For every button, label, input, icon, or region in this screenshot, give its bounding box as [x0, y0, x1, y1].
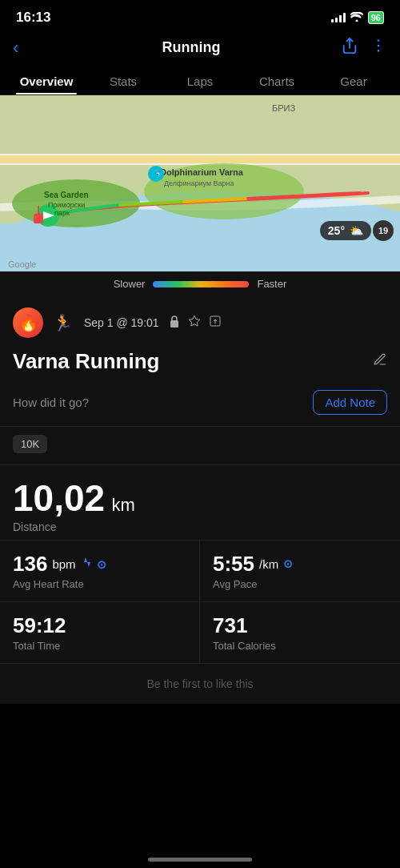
tab-laps[interactable]: Laps: [162, 66, 238, 94]
home-indicator: [148, 858, 252, 862]
like-text: Be the first to like this: [146, 677, 253, 690]
activity-app-icon: 🔥: [13, 307, 43, 338]
calories-cell: 731 Total Calories: [200, 602, 400, 663]
distance-value: 10,02: [13, 477, 105, 519]
activity-tag[interactable]: 10K: [13, 435, 47, 453]
stats-grid: 136 bpm ⊙ Avg Heart Rate 5:55 /km ⊙ Avg …: [0, 540, 400, 664]
map-view[interactable]: Dolphinarium Varna Делфинариум Варна Sea…: [0, 95, 400, 271]
lock-icon: [169, 315, 180, 331]
share-small-icon[interactable]: [209, 315, 222, 331]
pace-unit: /km: [259, 557, 278, 571]
activity-meta: Sep 1 @ 19:01: [84, 315, 387, 331]
weather-num: 19: [378, 226, 388, 235]
pace-value: 5:55: [213, 552, 254, 577]
pace-cell: 5:55 /km ⊙ Avg Pace: [200, 540, 400, 602]
svg-rect-13: [34, 214, 43, 223]
faster-label: Faster: [257, 278, 286, 290]
tab-bar: Overview Stats Laps Charts Gear: [0, 66, 400, 95]
calories-value-row: 731: [213, 613, 387, 638]
svg-text:🐬: 🐬: [153, 169, 163, 179]
heart-rate-value: 136: [13, 552, 47, 577]
time-label: Total Time: [13, 640, 186, 652]
heart-rate-cell: 136 bpm ⊙ Avg Heart Rate: [0, 540, 200, 602]
heart-rate-label: Avg Heart Rate: [13, 578, 186, 590]
time-value-row: 59:12: [13, 613, 186, 638]
tab-gear[interactable]: Gear: [315, 66, 392, 94]
battery-icon: 96: [368, 11, 384, 24]
pace-gradient: [153, 281, 249, 287]
nav-action-icons: [341, 37, 387, 58]
distance-unit: km: [112, 495, 135, 515]
status-icons: 96: [331, 11, 384, 24]
distance-value-row: 10,02 km: [13, 478, 387, 519]
svg-text:Dolphinarium Varna: Dolphinarium Varna: [160, 167, 244, 177]
note-prompt: How did it go?: [13, 396, 89, 409]
star-icon[interactable]: [188, 315, 201, 331]
wifi-icon: [350, 12, 363, 24]
activity-header: 🔥 🏃 Sep 1 @ 19:01: [0, 296, 400, 346]
heart-rate-icon: ⊙: [81, 556, 106, 572]
svg-point-1: [378, 39, 380, 42]
svg-point-3: [378, 50, 380, 52]
weather-temp: 25°: [328, 224, 345, 237]
weather-icon: ⛅: [350, 224, 363, 237]
pace-value-row: 5:55 /km ⊙: [213, 552, 387, 577]
tab-overview[interactable]: Overview: [8, 66, 85, 94]
activity-title: Varna Running: [13, 349, 159, 374]
pace-legend: Slower Faster: [0, 271, 400, 296]
svg-text:Делфинариум Варна: Делфинариум Варна: [164, 179, 234, 187]
svg-text:Google: Google: [8, 259, 36, 269]
activity-meta-icons: [169, 315, 222, 331]
signal-icon: [331, 13, 346, 22]
pace-icon: ⊙: [283, 557, 293, 570]
svg-point-2: [378, 45, 380, 47]
back-button[interactable]: ‹: [13, 38, 42, 58]
add-note-button[interactable]: Add Note: [313, 390, 387, 415]
like-row: Be the first to like this: [0, 664, 400, 704]
activity-title-row: Varna Running: [0, 346, 400, 382]
svg-text:БРИЗ: БРИЗ: [272, 103, 295, 113]
share-button[interactable]: [341, 37, 358, 58]
run-icon: 🏃: [53, 313, 73, 332]
svg-rect-24: [170, 320, 178, 328]
note-row: How did it go? Add Note: [0, 382, 400, 427]
status-time: 16:13: [16, 10, 50, 26]
tag-row: 10K: [0, 427, 400, 465]
page-title: Running: [42, 39, 341, 56]
svg-text:Приморски: Приморски: [48, 201, 85, 209]
top-nav: ‹ Running: [0, 30, 400, 66]
tab-charts[interactable]: Charts: [238, 66, 315, 94]
activity-date: Sep 1 @ 19:01: [84, 316, 159, 329]
pace-label: Avg Pace: [213, 578, 387, 590]
tab-stats[interactable]: Stats: [85, 66, 162, 94]
heart-rate-unit: bpm: [52, 557, 75, 571]
time-cell: 59:12 Total Time: [0, 602, 200, 663]
time-value: 59:12: [13, 613, 66, 638]
slower-label: Slower: [114, 278, 146, 290]
more-options-button[interactable]: [370, 37, 387, 58]
status-bar: 16:13 96: [0, 0, 400, 30]
distance-label: Distance: [13, 520, 387, 533]
edit-button[interactable]: [373, 352, 387, 371]
svg-text:Sea Garden: Sea Garden: [44, 191, 89, 199]
distance-stat: 10,02 km Distance: [0, 465, 400, 540]
battery-level: 96: [368, 11, 384, 24]
calories-label: Total Calories: [213, 640, 387, 652]
calories-value: 731: [213, 613, 247, 638]
svg-marker-25: [189, 315, 199, 326]
heart-rate-value-row: 136 bpm ⊙: [13, 552, 186, 577]
svg-text:парк: парк: [54, 209, 70, 217]
